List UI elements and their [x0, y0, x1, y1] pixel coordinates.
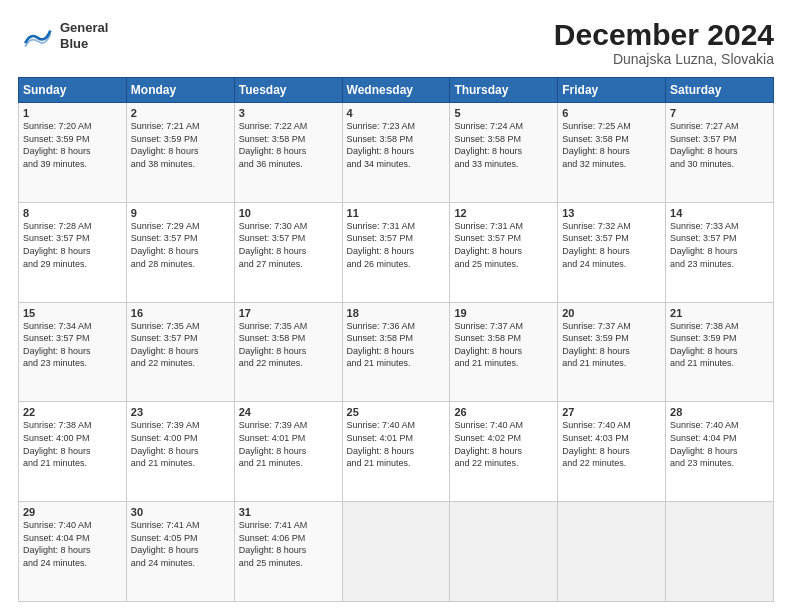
day-number: 26 [454, 406, 553, 418]
day-cell: 4Sunrise: 7:23 AM Sunset: 3:58 PM Daylig… [342, 103, 450, 203]
day-info: Sunrise: 7:35 AM Sunset: 3:58 PM Dayligh… [239, 320, 338, 370]
day-number: 3 [239, 107, 338, 119]
day-info: Sunrise: 7:37 AM Sunset: 3:59 PM Dayligh… [562, 320, 661, 370]
header: General Blue December 2024 Dunajska Luzn… [18, 18, 774, 67]
day-info: Sunrise: 7:33 AM Sunset: 3:57 PM Dayligh… [670, 220, 769, 270]
day-number: 30 [131, 506, 230, 518]
day-info: Sunrise: 7:29 AM Sunset: 3:57 PM Dayligh… [131, 220, 230, 270]
day-info: Sunrise: 7:41 AM Sunset: 4:05 PM Dayligh… [131, 519, 230, 569]
day-info: Sunrise: 7:40 AM Sunset: 4:04 PM Dayligh… [670, 419, 769, 469]
day-info: Sunrise: 7:40 AM Sunset: 4:01 PM Dayligh… [347, 419, 446, 469]
day-cell: 24Sunrise: 7:39 AM Sunset: 4:01 PM Dayli… [234, 402, 342, 502]
day-cell: 3Sunrise: 7:22 AM Sunset: 3:58 PM Daylig… [234, 103, 342, 203]
day-info: Sunrise: 7:20 AM Sunset: 3:59 PM Dayligh… [23, 120, 122, 170]
day-number: 27 [562, 406, 661, 418]
day-cell [450, 502, 558, 602]
weekday-header-monday: Monday [126, 78, 234, 103]
day-info: Sunrise: 7:40 AM Sunset: 4:02 PM Dayligh… [454, 419, 553, 469]
week-row-4: 22Sunrise: 7:38 AM Sunset: 4:00 PM Dayli… [19, 402, 774, 502]
day-info: Sunrise: 7:22 AM Sunset: 3:58 PM Dayligh… [239, 120, 338, 170]
day-number: 5 [454, 107, 553, 119]
day-number: 10 [239, 207, 338, 219]
day-number: 16 [131, 307, 230, 319]
day-info: Sunrise: 7:30 AM Sunset: 3:57 PM Dayligh… [239, 220, 338, 270]
day-cell: 21Sunrise: 7:38 AM Sunset: 3:59 PM Dayli… [666, 302, 774, 402]
day-cell: 25Sunrise: 7:40 AM Sunset: 4:01 PM Dayli… [342, 402, 450, 502]
day-number: 4 [347, 107, 446, 119]
day-number: 2 [131, 107, 230, 119]
day-cell [558, 502, 666, 602]
day-cell: 18Sunrise: 7:36 AM Sunset: 3:58 PM Dayli… [342, 302, 450, 402]
day-info: Sunrise: 7:40 AM Sunset: 4:03 PM Dayligh… [562, 419, 661, 469]
day-cell: 30Sunrise: 7:41 AM Sunset: 4:05 PM Dayli… [126, 502, 234, 602]
day-info: Sunrise: 7:39 AM Sunset: 4:01 PM Dayligh… [239, 419, 338, 469]
day-number: 12 [454, 207, 553, 219]
day-cell: 11Sunrise: 7:31 AM Sunset: 3:57 PM Dayli… [342, 202, 450, 302]
logo: General Blue [18, 18, 108, 54]
logo-text: General Blue [60, 20, 108, 51]
day-number: 19 [454, 307, 553, 319]
day-cell: 9Sunrise: 7:29 AM Sunset: 3:57 PM Daylig… [126, 202, 234, 302]
day-cell: 5Sunrise: 7:24 AM Sunset: 3:58 PM Daylig… [450, 103, 558, 203]
day-number: 24 [239, 406, 338, 418]
day-info: Sunrise: 7:25 AM Sunset: 3:58 PM Dayligh… [562, 120, 661, 170]
day-info: Sunrise: 7:23 AM Sunset: 3:58 PM Dayligh… [347, 120, 446, 170]
day-cell: 15Sunrise: 7:34 AM Sunset: 3:57 PM Dayli… [19, 302, 127, 402]
day-number: 21 [670, 307, 769, 319]
day-number: 17 [239, 307, 338, 319]
day-cell: 27Sunrise: 7:40 AM Sunset: 4:03 PM Dayli… [558, 402, 666, 502]
day-cell: 6Sunrise: 7:25 AM Sunset: 3:58 PM Daylig… [558, 103, 666, 203]
day-info: Sunrise: 7:27 AM Sunset: 3:57 PM Dayligh… [670, 120, 769, 170]
calendar-table: SundayMondayTuesdayWednesdayThursdayFrid… [18, 77, 774, 602]
day-number: 8 [23, 207, 122, 219]
day-cell: 19Sunrise: 7:37 AM Sunset: 3:58 PM Dayli… [450, 302, 558, 402]
day-info: Sunrise: 7:24 AM Sunset: 3:58 PM Dayligh… [454, 120, 553, 170]
weekday-header-tuesday: Tuesday [234, 78, 342, 103]
day-number: 6 [562, 107, 661, 119]
week-row-5: 29Sunrise: 7:40 AM Sunset: 4:04 PM Dayli… [19, 502, 774, 602]
day-number: 23 [131, 406, 230, 418]
day-cell: 12Sunrise: 7:31 AM Sunset: 3:57 PM Dayli… [450, 202, 558, 302]
logo-line1: General [60, 20, 108, 35]
day-number: 14 [670, 207, 769, 219]
day-cell: 7Sunrise: 7:27 AM Sunset: 3:57 PM Daylig… [666, 103, 774, 203]
week-row-1: 1Sunrise: 7:20 AM Sunset: 3:59 PM Daylig… [19, 103, 774, 203]
day-info: Sunrise: 7:31 AM Sunset: 3:57 PM Dayligh… [347, 220, 446, 270]
day-info: Sunrise: 7:38 AM Sunset: 3:59 PM Dayligh… [670, 320, 769, 370]
day-info: Sunrise: 7:37 AM Sunset: 3:58 PM Dayligh… [454, 320, 553, 370]
day-number: 22 [23, 406, 122, 418]
day-cell: 31Sunrise: 7:41 AM Sunset: 4:06 PM Dayli… [234, 502, 342, 602]
weekday-header-friday: Friday [558, 78, 666, 103]
day-cell: 16Sunrise: 7:35 AM Sunset: 3:57 PM Dayli… [126, 302, 234, 402]
day-number: 29 [23, 506, 122, 518]
day-number: 25 [347, 406, 446, 418]
day-cell: 14Sunrise: 7:33 AM Sunset: 3:57 PM Dayli… [666, 202, 774, 302]
day-info: Sunrise: 7:31 AM Sunset: 3:57 PM Dayligh… [454, 220, 553, 270]
day-number: 20 [562, 307, 661, 319]
page: General Blue December 2024 Dunajska Luzn… [0, 0, 792, 612]
day-cell: 28Sunrise: 7:40 AM Sunset: 4:04 PM Dayli… [666, 402, 774, 502]
day-number: 11 [347, 207, 446, 219]
day-cell: 20Sunrise: 7:37 AM Sunset: 3:59 PM Dayli… [558, 302, 666, 402]
day-cell: 10Sunrise: 7:30 AM Sunset: 3:57 PM Dayli… [234, 202, 342, 302]
day-cell: 22Sunrise: 7:38 AM Sunset: 4:00 PM Dayli… [19, 402, 127, 502]
day-cell: 23Sunrise: 7:39 AM Sunset: 4:00 PM Dayli… [126, 402, 234, 502]
day-number: 31 [239, 506, 338, 518]
day-info: Sunrise: 7:34 AM Sunset: 3:57 PM Dayligh… [23, 320, 122, 370]
day-cell: 1Sunrise: 7:20 AM Sunset: 3:59 PM Daylig… [19, 103, 127, 203]
location-title: Dunajska Luzna, Slovakia [554, 51, 774, 67]
week-row-3: 15Sunrise: 7:34 AM Sunset: 3:57 PM Dayli… [19, 302, 774, 402]
day-cell: 8Sunrise: 7:28 AM Sunset: 3:57 PM Daylig… [19, 202, 127, 302]
day-info: Sunrise: 7:38 AM Sunset: 4:00 PM Dayligh… [23, 419, 122, 469]
day-cell: 2Sunrise: 7:21 AM Sunset: 3:59 PM Daylig… [126, 103, 234, 203]
day-number: 9 [131, 207, 230, 219]
day-number: 7 [670, 107, 769, 119]
day-cell: 17Sunrise: 7:35 AM Sunset: 3:58 PM Dayli… [234, 302, 342, 402]
day-cell: 26Sunrise: 7:40 AM Sunset: 4:02 PM Dayli… [450, 402, 558, 502]
day-info: Sunrise: 7:32 AM Sunset: 3:57 PM Dayligh… [562, 220, 661, 270]
title-block: December 2024 Dunajska Luzna, Slovakia [554, 18, 774, 67]
weekday-header-row: SundayMondayTuesdayWednesdayThursdayFrid… [19, 78, 774, 103]
day-cell [666, 502, 774, 602]
day-info: Sunrise: 7:39 AM Sunset: 4:00 PM Dayligh… [131, 419, 230, 469]
day-number: 28 [670, 406, 769, 418]
